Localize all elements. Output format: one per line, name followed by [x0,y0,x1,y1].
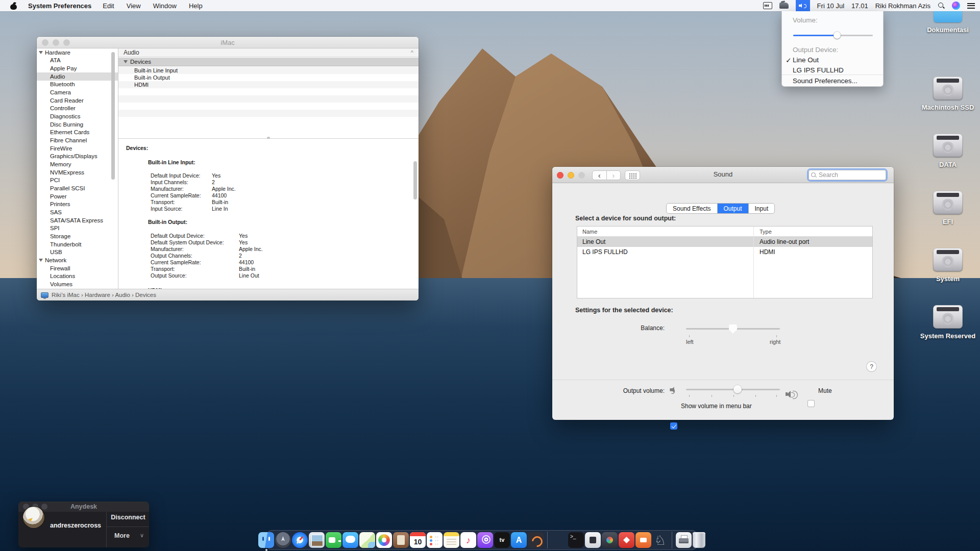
separator[interactable] [547,532,548,548]
preview[interactable] [309,532,325,548]
code-app[interactable] [528,532,544,548]
app-red[interactable] [619,532,634,548]
tab[interactable]: Output [717,204,748,213]
device-table-row[interactable]: Line Out Audio line-out port [577,237,872,247]
zoom-button[interactable] [578,172,585,179]
close-button[interactable] [42,39,48,46]
output-device-option[interactable]: LG IPS FULLHD [782,66,883,77]
sidebar-item[interactable]: Printers [37,200,118,208]
print-queue[interactable] [676,532,692,548]
menu-item[interactable]: Window [153,2,177,10]
menu-item[interactable]: Edit [103,2,114,10]
help-button[interactable]: ? [867,362,876,371]
disclosure-triangle-icon[interactable] [39,259,43,262]
sidebar-item[interactable]: Power [37,192,118,201]
menubar-date[interactable]: Fri 10 Jul [817,2,844,10]
sidebar-item[interactable]: Thunderbolt [37,240,118,248]
maps[interactable] [359,532,375,548]
sidebar-item[interactable]: Diagnostics [37,112,118,120]
finder[interactable] [258,532,274,548]
device-list-item[interactable]: HDMI [118,81,419,88]
calendar[interactable]: 10 [410,532,426,548]
sysinfo-titlebar[interactable]: iMac [37,37,419,48]
device-list-item[interactable]: Built-in Line Input [118,67,419,74]
volume-slider-knob[interactable] [834,32,841,39]
contacts[interactable] [393,532,409,548]
app-store[interactable]: A [511,532,527,548]
desktop-icon[interactable]: EFI [918,191,978,226]
sidebar-item[interactable]: USB [37,248,118,256]
minimize-button[interactable] [53,39,59,46]
sidebar-item[interactable]: Firewall [37,264,118,272]
show-all-grid-button[interactable] [625,170,640,180]
desktop-icon[interactable]: Machintosh SSD [918,77,978,111]
app-menu-title[interactable]: System Preferences [28,2,91,10]
sidebar-item[interactable]: Camera [37,88,118,96]
column-header-type[interactable]: Type [753,229,772,235]
photos[interactable] [376,532,392,548]
trash[interactable] [693,532,705,548]
sidebar-item[interactable]: Volumes [37,280,118,288]
app-dark[interactable] [602,532,618,548]
collapse-chevron-icon[interactable]: ^ [411,49,413,56]
fax-printer-menu-icon[interactable] [779,3,789,9]
sidebar-item[interactable]: Memory [37,160,118,168]
search-icon[interactable] [938,2,945,9]
activity-monitor-menu-icon[interactable] [763,2,772,9]
sidebar-item[interactable]: Locations [37,272,118,280]
sidebar-item[interactable]: SPI [37,224,118,232]
sidebar-scrollbar[interactable] [111,52,115,180]
notes[interactable] [444,532,459,548]
more-button[interactable]: More [114,532,130,539]
app-light[interactable] [585,532,601,548]
disconnect-button[interactable]: Disconnect [110,514,146,521]
disclosure-triangle-icon[interactable] [124,60,128,63]
sidebar-item[interactable]: Storage [37,232,118,240]
output-device-option[interactable]: ✓ Line Out [782,56,883,66]
tab[interactable]: Input [748,204,775,213]
balance-slider[interactable] [686,324,780,334]
sidebar-item[interactable]: Disc Burning [37,120,118,129]
desktop-icon[interactable]: DATA [918,134,978,168]
device-table-row[interactable]: LG IPS FULLHD HDMI [577,247,872,257]
apple-menu-icon[interactable] [10,2,17,10]
siri-icon[interactable] [952,2,960,10]
separator[interactable] [672,532,672,548]
sidebar-item[interactable]: Apple Pay [37,64,118,72]
sidebar-item[interactable]: Parallel SCSI [37,184,118,192]
sound-titlebar[interactable]: ‹ › Sound Search [552,167,894,183]
reminders[interactable] [427,532,443,548]
tab[interactable]: Sound Effects [667,204,717,213]
output-volume-slider[interactable] [686,385,780,395]
sidebar-item[interactable]: PCI [37,177,118,185]
balance-slider-knob[interactable] [729,324,737,334]
disclosure-triangle-icon[interactable] [39,51,43,54]
launchpad[interactable] [275,532,291,548]
sidebar-item[interactable]: Ethernet Cards [37,129,118,137]
music[interactable]: ♪ [460,532,476,548]
back-button[interactable]: ‹ [593,171,606,180]
audio-section-header[interactable]: Audio ^ [118,48,419,57]
sidebar-item[interactable]: Hardware [37,48,118,57]
sidebar-item[interactable]: NVMExpress [37,168,118,177]
sidebar-item[interactable]: Card Reader [37,96,118,105]
volume-menu-icon[interactable] [796,0,810,11]
mute-checkbox[interactable] [807,400,815,407]
menu-item[interactable]: View [127,2,141,10]
sidebar-item[interactable]: Audio [37,72,118,81]
chevron-down-icon[interactable]: ∨ [140,532,144,539]
sidebar-item[interactable]: SATA/SATA Express [37,216,118,224]
sidebar-item[interactable]: Controller [37,105,118,113]
column-header-name[interactable]: Name [577,229,753,235]
show-volume-checkbox[interactable] [670,422,677,430]
zoom-button[interactable] [63,39,70,46]
sidebar-item[interactable]: Network [37,256,118,264]
minimize-button[interactable] [568,172,574,179]
safari[interactable] [292,532,308,548]
device-list-item[interactable]: Built-in Output [118,74,419,81]
search-input[interactable]: Search [808,170,886,180]
app-orange[interactable] [635,532,651,548]
desktop-icon[interactable]: System Reserved [918,305,978,340]
zoom-button[interactable] [41,504,47,510]
menu-item[interactable]: Help [189,2,203,10]
